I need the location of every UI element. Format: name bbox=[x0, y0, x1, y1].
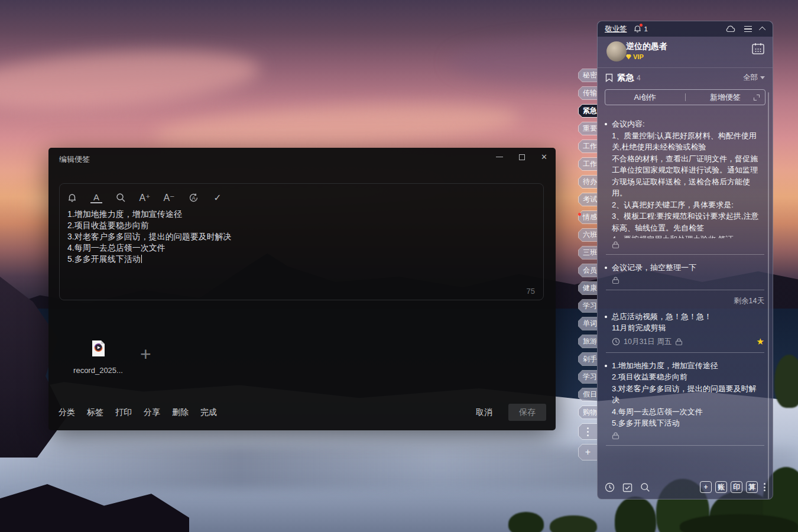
category-tab-label: 三班 bbox=[579, 248, 597, 258]
note-line: 5.多多开展线下活动 bbox=[612, 417, 762, 429]
footer-action-标签[interactable]: 标签 bbox=[87, 407, 103, 418]
note-line: 会议内容: bbox=[612, 118, 762, 130]
notification-bell-icon[interactable] bbox=[634, 25, 641, 33]
category-tab-5[interactable]: 工作 bbox=[578, 140, 597, 153]
category-tab-19[interactable]: 假日 bbox=[578, 388, 597, 401]
add-note-box[interactable]: + bbox=[700, 481, 712, 493]
time-reminder-icon[interactable] bbox=[605, 482, 615, 492]
footer-action-完成[interactable]: 完成 bbox=[200, 407, 217, 418]
reminder-bell-icon[interactable] bbox=[66, 192, 78, 203]
note-item[interactable]: 会议内容:1、质量控制:认真把好原材料、构配件使用关,杜绝使用未经检验或检验不合… bbox=[598, 117, 773, 249]
avatar[interactable] bbox=[606, 41, 627, 61]
more-options-icon[interactable] bbox=[764, 483, 765, 491]
note-item[interactable]: 总店活动视频，急！急！急！11月前完成剪辑10月31日 周五★ bbox=[598, 310, 773, 347]
note-content-input[interactable]: 1.增加地推力度，增加宣传途径2.项目收益要稳步向前3.对老客户多多回访，提出的… bbox=[60, 203, 543, 265]
convert-text-icon[interactable]: A bbox=[187, 192, 199, 203]
category-more-tab[interactable] bbox=[578, 423, 597, 440]
category-tab-2[interactable]: 传输 bbox=[578, 86, 597, 100]
cloud-sync-icon[interactable] bbox=[725, 25, 735, 33]
category-tab-18[interactable]: 学习 bbox=[578, 370, 597, 384]
category-tab-16[interactable]: 旅游 bbox=[578, 335, 597, 348]
add-attachment-button[interactable]: + bbox=[140, 345, 151, 363]
search-icon[interactable] bbox=[115, 192, 126, 203]
category-tab-14[interactable]: 学习 bbox=[578, 299, 597, 313]
dialog-titlebar[interactable]: 编辑便签 ✕ bbox=[48, 148, 556, 169]
filter-dropdown[interactable]: 全部 bbox=[743, 73, 765, 83]
wallpaper-tree bbox=[550, 515, 597, 532]
font-increase-icon[interactable]: A⁺ bbox=[139, 192, 151, 203]
maximize-button[interactable] bbox=[519, 154, 525, 160]
wallpaper-tree bbox=[774, 355, 798, 408]
editor-line: 2.项目收益要稳步向前 bbox=[67, 220, 535, 231]
tab-fill: 重要 bbox=[579, 122, 597, 135]
category-tab-10[interactable]: 六班 bbox=[578, 228, 597, 242]
minimize-button[interactable] bbox=[496, 157, 503, 157]
vip-badge[interactable]: VIP bbox=[626, 53, 644, 60]
note-editor[interactable]: A A⁺ A⁻ A ✓ 1.增加地推力度，增加宣传途径2.项目收益要稳步向前3.… bbox=[59, 183, 544, 300]
username: 逆位的愚者 bbox=[626, 41, 667, 52]
font-color-icon[interactable]: A bbox=[90, 192, 102, 203]
category-tab-15[interactable]: 单词 bbox=[578, 317, 597, 330]
save-button[interactable]: 保存 bbox=[508, 404, 546, 421]
cancel-button[interactable]: 取消 bbox=[476, 407, 492, 418]
category-tab-13[interactable]: 健康 bbox=[578, 281, 597, 295]
collapse-icon[interactable] bbox=[759, 27, 765, 33]
action-bar: Ai创作 新增便签 bbox=[605, 89, 765, 105]
scrollbar[interactable] bbox=[768, 92, 769, 499]
category-tab-1[interactable]: 秘密 bbox=[578, 69, 597, 82]
add-category-tab[interactable]: + bbox=[578, 444, 597, 460]
category-tab-11[interactable]: 三班 bbox=[578, 246, 597, 259]
category-tab-12[interactable]: 会员 bbox=[578, 264, 597, 277]
menu-icon[interactable] bbox=[744, 26, 752, 33]
footer-action-删除[interactable]: 删除 bbox=[172, 407, 189, 418]
print-box-icon[interactable]: 印 bbox=[731, 481, 742, 493]
tab-fill: 考试 bbox=[579, 193, 597, 206]
category-tab-17[interactable]: 剁手 bbox=[578, 352, 597, 366]
tab-fill: + bbox=[579, 445, 597, 460]
font-decrease-icon[interactable]: A⁻ bbox=[163, 192, 175, 203]
tab-fill: 会员 bbox=[579, 264, 597, 277]
footer-action-打印[interactable]: 打印 bbox=[115, 407, 132, 418]
note-item[interactable]: 1.增加地推力度，增加宣传途径2.项目收益要稳步向前3.对老客户多多回访，提出的… bbox=[598, 359, 773, 440]
footer-action-分享[interactable]: 分享 bbox=[144, 407, 160, 418]
category-tab-label: 传输 bbox=[579, 88, 597, 98]
char-count: 75 bbox=[527, 287, 535, 296]
note-line-truncated: 4、要按规定用土和处理土验收,签证 bbox=[612, 233, 762, 238]
category-tab-4[interactable]: 重要 bbox=[578, 122, 597, 135]
category-tab-8[interactable]: 考试 bbox=[578, 193, 597, 206]
ai-create-button[interactable]: Ai创作 bbox=[605, 90, 685, 105]
account-book-icon[interactable]: 账 bbox=[715, 481, 727, 493]
calendar-icon[interactable] bbox=[752, 43, 764, 54]
category-name: 紧急 bbox=[617, 72, 634, 83]
svg-text:A: A bbox=[192, 195, 195, 201]
panel-titlebar[interactable]: 敬业签 1 bbox=[598, 21, 773, 37]
category-tab-label: 学习 bbox=[579, 372, 597, 382]
note-bullet bbox=[605, 267, 607, 269]
calculator-box-icon[interactable]: 算 bbox=[746, 481, 758, 493]
category-tab-6[interactable]: 工作 bbox=[578, 157, 597, 171]
category-tab-20[interactable]: 购物 bbox=[578, 406, 597, 419]
footer-action-分类[interactable]: 分类 bbox=[59, 407, 75, 418]
todo-calendar-icon[interactable] bbox=[622, 482, 632, 492]
note-body: 总店活动视频，急！急！急！11月前完成剪辑 bbox=[605, 311, 765, 334]
tab-fill: 单词 bbox=[579, 317, 597, 330]
category-tab-7[interactable]: 待办 bbox=[578, 175, 597, 189]
plus-icon: + bbox=[585, 447, 591, 457]
attachment-item[interactable]: record_2025... bbox=[61, 340, 135, 375]
popout-icon[interactable] bbox=[754, 95, 760, 100]
tab-fill: 六班 bbox=[579, 229, 597, 241]
tab-fill: 剁手 bbox=[579, 353, 597, 365]
category-tab-3[interactable]: 紧急 bbox=[578, 104, 597, 118]
note-line: 11月前完成剪辑 bbox=[612, 322, 762, 334]
note-text: 1.增加地推力度，增加宣传途径2.项目收益要稳步向前3.对老客户多多回访，提出的… bbox=[612, 360, 762, 429]
search-icon[interactable] bbox=[640, 482, 650, 492]
category-tab-label: 会员 bbox=[579, 265, 597, 275]
panel-bottom-toolbar: +账印算 bbox=[598, 475, 773, 499]
desktop: 编辑便签 ✕ A A⁺ A⁻ A ✓ bbox=[0, 0, 798, 532]
note-item[interactable]: 会议记录，抽空整理一下 bbox=[598, 261, 773, 284]
profile-section: 逆位的愚者 VIP bbox=[598, 37, 773, 67]
todo-check-icon[interactable]: ✓ bbox=[212, 192, 223, 203]
close-button[interactable]: ✕ bbox=[541, 153, 547, 161]
category-tab-9[interactable]: 情感 bbox=[578, 210, 597, 224]
new-note-button[interactable]: 新增便签 bbox=[686, 90, 765, 105]
